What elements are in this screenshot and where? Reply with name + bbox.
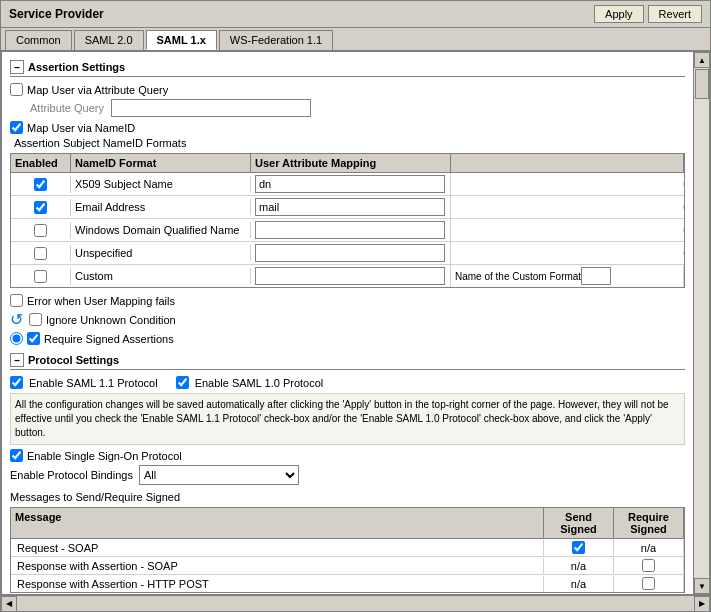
request-soap-send-checkbox[interactable] (572, 541, 585, 554)
table-row: Request - SOAP n/a (11, 539, 684, 557)
x509-format-cell: X509 Subject Name (71, 176, 251, 192)
require-signed-label: Require Signed Assertions (44, 333, 174, 345)
require-signed-row: Require Signed Assertions (10, 332, 685, 345)
attribute-query-label: Attribute Query (30, 102, 104, 114)
map-attribute-query-label: Map User via Attribute Query (27, 84, 168, 96)
messages-col3: RequireSigned (614, 508, 684, 538)
info-icon: ↺ (10, 310, 23, 329)
response-post-require-checkbox[interactable] (642, 577, 655, 590)
table-row: Windows Domain Qualified Name (11, 219, 684, 242)
enable-saml11-label: Enable SAML 1.1 Protocol (29, 377, 158, 389)
protocol-expand-icon[interactable]: – (10, 353, 24, 367)
x509-enabled-checkbox[interactable] (34, 178, 47, 191)
custom-name-cell: Name of the Custom Format (451, 265, 684, 287)
map-nameid-row: Map User via NameID (10, 121, 685, 134)
response-soap-require-checkbox[interactable] (642, 559, 655, 572)
expand-icon[interactable]: – (10, 60, 24, 74)
unspecified-mapping-input[interactable] (255, 244, 445, 262)
ignore-unknown-row: ↺ Ignore Unknown Condition (10, 310, 685, 329)
require-signed-checkbox[interactable] (27, 332, 40, 345)
email-format-cell: Email Address (71, 199, 251, 215)
msg-response-post-require (614, 575, 684, 592)
scroll-left-button[interactable]: ◀ (1, 596, 17, 612)
enable-sso-checkbox[interactable] (10, 449, 23, 462)
protocol-note: All the configuration changes will be sa… (10, 393, 685, 445)
map-attribute-query-checkbox[interactable] (10, 83, 23, 96)
col-user-attr-mapping: User Attribute Mapping (251, 154, 451, 172)
main-panel: – Assertion Settings Map User via Attrib… (2, 52, 693, 594)
tab-saml20[interactable]: SAML 2.0 (74, 30, 144, 50)
email-extra (451, 205, 684, 209)
revert-button[interactable]: Revert (648, 5, 702, 23)
scroll-right-button[interactable]: ▶ (694, 596, 710, 612)
x509-mapping-input[interactable] (255, 175, 445, 193)
enable-saml11-checkbox[interactable] (10, 376, 23, 389)
map-nameid-checkbox[interactable] (10, 121, 23, 134)
table-row: Response with Assertion - HTTP POST n/a (11, 575, 684, 592)
windows-extra (451, 228, 684, 232)
nameid-table-header: Enabled NameID Format User Attribute Map… (11, 154, 684, 173)
require-signed-radio[interactable] (10, 332, 23, 345)
email-mapping-input[interactable] (255, 198, 445, 216)
custom-mapping-input[interactable] (255, 267, 445, 285)
ignore-unknown-label: Ignore Unknown Condition (46, 314, 176, 326)
messages-col1: Message (11, 508, 544, 538)
scroll-thumb[interactable] (695, 69, 709, 99)
attribute-query-input[interactable] (111, 99, 311, 117)
msg-response-soap-name: Response with Assertion - SOAP (11, 558, 544, 574)
protocol-settings-section: – Protocol Settings Enable SAML 1.1 Prot… (10, 353, 685, 593)
unspecified-enabled-checkbox[interactable] (34, 247, 47, 260)
tab-saml1x[interactable]: SAML 1.x (146, 30, 217, 50)
enable-saml10-checkbox[interactable] (176, 376, 189, 389)
enable-protocols-row: Enable SAML 1.1 Protocol Enable SAML 1.0… (10, 376, 685, 389)
msg-request-soap-name: Request - SOAP (11, 540, 544, 556)
assertion-settings-header: – Assertion Settings (10, 60, 685, 77)
service-provider-window: Service Provider Apply Revert Common SAM… (0, 0, 711, 612)
table-row: Unspecified (11, 242, 684, 265)
messages-header-label: Messages to Send/Require Signed (10, 491, 685, 503)
scroll-down-button[interactable]: ▼ (694, 578, 710, 594)
windows-mapping-input[interactable] (255, 221, 445, 239)
protocol-bindings-row: Enable Protocol Bindings All Artifact PO… (10, 465, 685, 485)
nameid-table: Enabled NameID Format User Attribute Map… (10, 153, 685, 288)
enable-saml10-label: Enable SAML 1.0 Protocol (195, 377, 324, 389)
error-mapping-label: Error when User Mapping fails (27, 295, 175, 307)
ignore-unknown-checkbox[interactable] (29, 313, 42, 326)
map-attribute-query-row: Map User via Attribute Query (10, 83, 685, 96)
scrollbar[interactable]: ▲ ▼ (693, 52, 709, 594)
table-row: Response with Assertion - SOAP n/a (11, 557, 684, 575)
messages-table-header: Message SendSigned RequireSigned (11, 508, 684, 539)
tab-wsfed[interactable]: WS-Federation 1.1 (219, 30, 333, 50)
protocol-settings-title: Protocol Settings (28, 354, 119, 366)
title-buttons: Apply Revert (594, 5, 702, 23)
email-enabled-checkbox[interactable] (34, 201, 47, 214)
assertion-settings-section: – Assertion Settings Map User via Attrib… (10, 60, 685, 345)
col-enabled: Enabled (11, 154, 71, 172)
apply-button[interactable]: Apply (594, 5, 644, 23)
x509-extra (451, 182, 684, 186)
map-nameid-label: Map User via NameID (27, 122, 135, 134)
custom-format-input[interactable] (581, 267, 611, 285)
unspecified-extra (451, 251, 684, 255)
table-row: X509 Subject Name (11, 173, 684, 196)
custom-enabled-checkbox[interactable] (34, 270, 47, 283)
assertion-subject-label: Assertion Subject NameID Formats (14, 137, 186, 149)
col-nameid-format: NameID Format (71, 154, 251, 172)
window-title: Service Provider (9, 7, 104, 21)
horizontal-scrollbar[interactable]: ◀ ▶ (1, 595, 710, 611)
windows-enabled-checkbox[interactable] (34, 224, 47, 237)
msg-response-soap-require (614, 557, 684, 574)
scroll-up-button[interactable]: ▲ (694, 52, 710, 68)
msg-response-post-name: Response with Assertion - HTTP POST (11, 576, 544, 592)
error-mapping-checkbox[interactable] (10, 294, 23, 307)
protocol-bindings-select[interactable]: All Artifact POST (139, 465, 299, 485)
title-bar: Service Provider Apply Revert (1, 1, 710, 28)
msg-request-soap-send (544, 539, 614, 556)
enable-sso-label: Enable Single Sign-On Protocol (27, 450, 182, 462)
protocol-settings-header: – Protocol Settings (10, 353, 685, 370)
tab-bar: Common SAML 2.0 SAML 1.x WS-Federation 1… (1, 28, 710, 51)
tab-common[interactable]: Common (5, 30, 72, 50)
table-row: Custom Name of the Custom Format (11, 265, 684, 287)
unspecified-format-cell: Unspecified (71, 245, 251, 261)
messages-col2: SendSigned (544, 508, 614, 538)
